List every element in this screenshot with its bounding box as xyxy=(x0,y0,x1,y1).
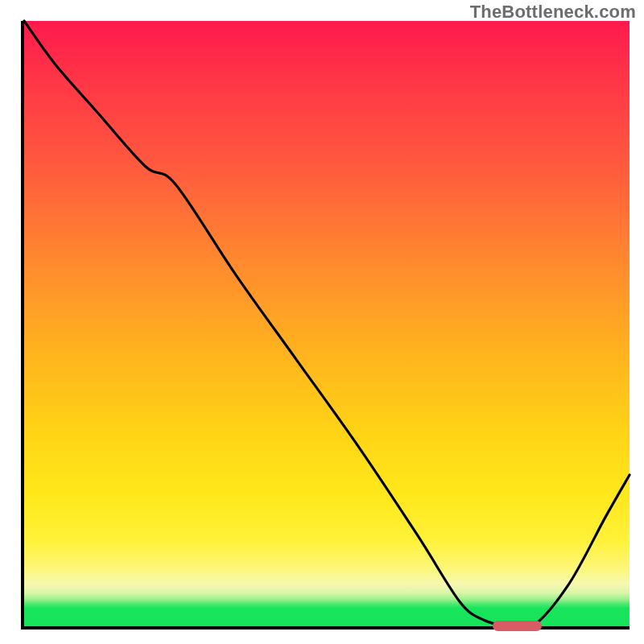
optimal-range-marker xyxy=(493,621,541,631)
bottleneck-curve xyxy=(24,21,630,630)
plot-area xyxy=(21,21,630,630)
watermark-text: TheBottleneck.com xyxy=(470,2,636,23)
chart-canvas: TheBottleneck.com xyxy=(0,0,644,644)
curve-svg xyxy=(24,21,630,626)
